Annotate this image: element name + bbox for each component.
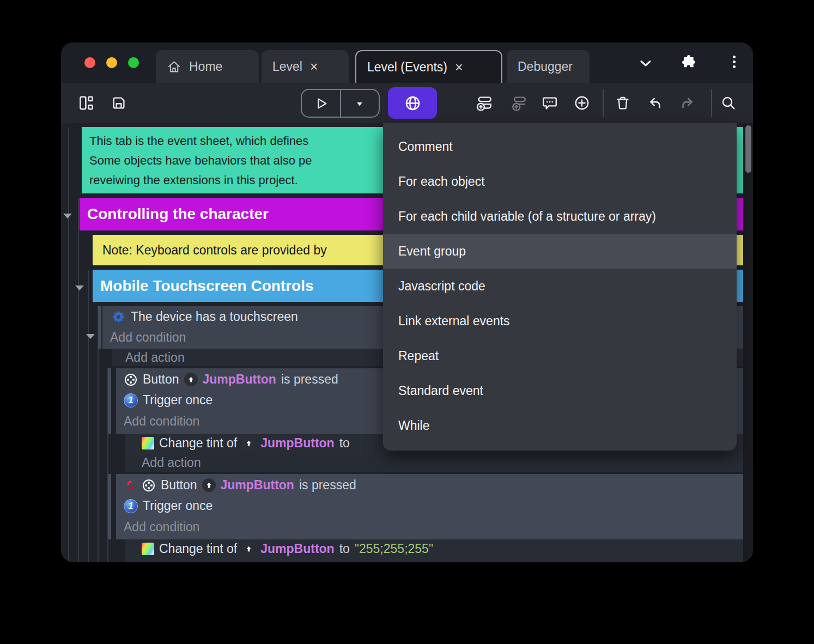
- menu-item-link-external-events[interactable]: Link external events: [383, 303, 737, 338]
- search-icon[interactable]: [720, 95, 737, 111]
- group-title: Controlling the character: [87, 205, 269, 223]
- tree-guide-line: [88, 270, 89, 562]
- delete-trash-icon[interactable]: [615, 95, 631, 111]
- toolbar: [61, 83, 753, 123]
- event-margin-bar: [108, 474, 111, 539]
- condition-row-button-pressed-inverted[interactable]: Button JumpButton is pressed: [116, 478, 751, 493]
- tab-home[interactable]: Home: [156, 50, 259, 83]
- add-event-icon[interactable]: [476, 95, 492, 111]
- event3-action-row-tint[interactable]: Change tint of JumpButton to "255;255;25…: [125, 539, 743, 560]
- toolbar-divider: [603, 89, 604, 117]
- menu-item-standard-event[interactable]: Standard event: [383, 373, 737, 408]
- instance-up-arrow-icon: [202, 478, 216, 492]
- instance-up-arrow-icon: [242, 436, 256, 450]
- note-text: Note: Keyboard controls are provided by: [102, 243, 327, 258]
- tint-color-icon: [142, 543, 154, 555]
- globe-icon: [404, 94, 422, 112]
- tree-guide-line: [68, 127, 69, 562]
- scrollbar-thumb[interactable]: [745, 125, 751, 173]
- toolbar-divider: [711, 89, 712, 117]
- addons-puzzle-icon[interactable]: [680, 54, 697, 74]
- close-tab-icon[interactable]: ×: [455, 60, 463, 74]
- zoom-window-button[interactable]: [128, 57, 139, 68]
- event3-actions-area: Add action: [125, 560, 743, 562]
- menu-item-repeat[interactable]: Repeat: [383, 338, 737, 373]
- condition-row-trigger-once[interactable]: 1 Trigger once: [116, 499, 751, 513]
- event-margin-bar: [98, 306, 101, 349]
- tab-label: Home: [189, 59, 222, 74]
- collapse-group1-arrow[interactable]: [63, 214, 72, 218]
- app-window: Home Level × Level (Events) × Debugger: [61, 42, 753, 562]
- home-icon: [167, 59, 181, 74]
- collapse-group2-arrow[interactable]: [75, 285, 84, 290]
- save-icon[interactable]: [111, 95, 127, 111]
- add-plus-circle-icon[interactable]: [574, 95, 590, 111]
- play-preview-button[interactable]: [302, 90, 340, 117]
- redo-icon[interactable]: [679, 95, 696, 111]
- group-title: Mobile Touchscreen Controls: [100, 277, 314, 295]
- instance-up-arrow-icon: [242, 542, 256, 556]
- menu-item-event-group[interactable]: Event group: [383, 234, 737, 269]
- titlebar: Home Level × Level (Events) × Debugger: [61, 42, 753, 83]
- tab-debugger[interactable]: Debugger: [507, 50, 590, 83]
- button-object-icon: [142, 478, 156, 493]
- add-event-dropdown-menu: Comment For each object For each child v…: [383, 123, 737, 451]
- add-subevent-icon[interactable]: [510, 95, 526, 111]
- menu-item-for-each-child-variable[interactable]: For each child variable (of a structure …: [383, 199, 737, 234]
- button-object-icon: [124, 373, 138, 387]
- menu-item-while[interactable]: While: [383, 408, 737, 443]
- tint-color-icon: [142, 437, 154, 449]
- add-condition-link[interactable]: Add condition: [116, 520, 751, 534]
- scrollbar-track[interactable]: [743, 123, 753, 562]
- event3-condition-block[interactable]: Button JumpButton is pressed 1 Trigger o…: [116, 474, 743, 539]
- undo-icon[interactable]: [647, 95, 663, 111]
- collapse-event1-arrow[interactable]: [86, 334, 95, 339]
- tab-label: Level: [272, 59, 302, 74]
- remote-preview-globe-button[interactable]: [388, 87, 437, 119]
- trigger-once-icon: 1: [124, 499, 138, 513]
- menu-item-for-each-object[interactable]: For each object: [383, 164, 737, 199]
- add-comment-icon[interactable]: [542, 95, 558, 111]
- tab-list-chevron-down-icon[interactable]: [637, 54, 654, 74]
- add-action-link[interactable]: Add action: [125, 454, 753, 472]
- add-action-link[interactable]: Add action: [125, 560, 753, 562]
- inverted-condition-red-arrows-icon: [124, 479, 137, 492]
- menu-item-comment[interactable]: Comment: [383, 129, 737, 164]
- trigger-once-icon: 1: [124, 393, 138, 408]
- system-gear-icon: [111, 309, 126, 324]
- close-tab-icon[interactable]: ×: [310, 60, 318, 74]
- layout-panels-icon[interactable]: [78, 95, 94, 111]
- tree-guide-line: [78, 198, 79, 562]
- tab-level[interactable]: Level ×: [262, 50, 349, 83]
- condition-text: The device has a touchscreen: [131, 309, 298, 324]
- minimize-window-button[interactable]: [106, 57, 117, 68]
- event2-actions-area: Add action: [125, 454, 743, 472]
- instance-up-arrow-icon: [184, 373, 198, 386]
- tab-label: Debugger: [518, 59, 573, 74]
- tab-level-events[interactable]: Level (Events) ×: [355, 50, 502, 83]
- preview-options-caret-icon[interactable]: [341, 90, 379, 117]
- tab-label: Level (Events): [367, 60, 447, 75]
- main-menu-kebab-icon[interactable]: [728, 53, 739, 70]
- preview-button-group: [301, 89, 380, 118]
- menu-item-javascript-code[interactable]: Javascript code: [383, 269, 737, 303]
- event-margin-bar: [108, 368, 111, 434]
- close-window-button[interactable]: [84, 57, 95, 68]
